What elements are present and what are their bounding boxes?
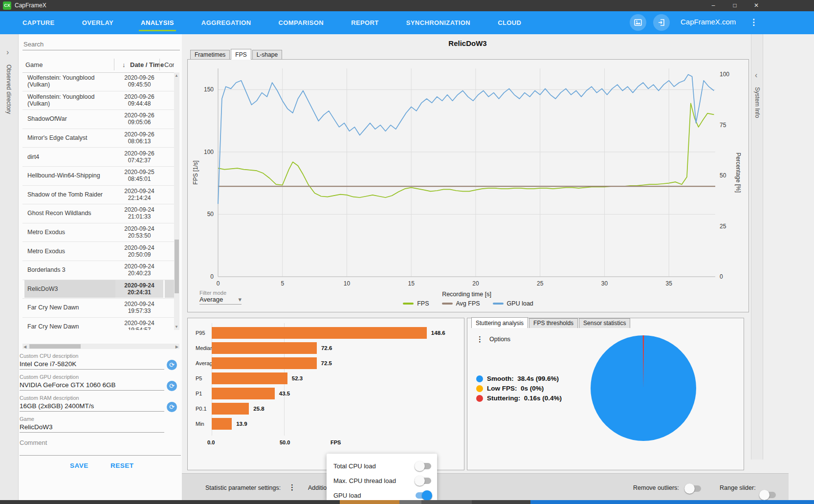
popup-toggle[interactable] (416, 492, 431, 499)
refresh-button[interactable]: ⟳ (167, 360, 177, 370)
table-row[interactable]: Wolfenstein: Youngblood (Vulkan)2020-09-… (22, 72, 174, 91)
table-row[interactable]: Metro Exodus2020-09-2420:50:09 (22, 242, 174, 261)
range-slider-label: Range slider: (720, 484, 756, 491)
field-value[interactable]: RelicDoW3 (20, 423, 162, 432)
horizontal-scrollbar[interactable]: ◀ ▶ (22, 344, 179, 349)
bar-axis-title: FPS (330, 439, 341, 445)
comment-field[interactable]: Comment (20, 439, 181, 456)
popup-row-total-cpu-load: Total CPU load (333, 460, 431, 472)
save-button[interactable]: SAVE (70, 462, 88, 469)
popup-toggle[interactable] (416, 478, 431, 484)
nav-tab-report[interactable]: REPORT (337, 11, 393, 34)
tab-stuttering-analysis[interactable]: Stuttering analysis (471, 317, 528, 328)
vertical-scrollbar[interactable]: ▲ ▼ (174, 72, 179, 330)
svg-text:0: 0 (210, 273, 214, 280)
svg-text:75: 75 (720, 122, 726, 129)
column-header-datetime[interactable]: Date / Time (130, 61, 164, 68)
scroll-up-icon[interactable]: ▲ (175, 73, 178, 78)
reset-button[interactable]: RESET (110, 462, 134, 469)
bar-p5[interactable] (212, 373, 287, 384)
legend-swatch (442, 303, 453, 305)
scroll-left-icon[interactable]: ◀ (23, 345, 26, 349)
stat-settings-kebab-icon[interactable]: ⋮ (288, 483, 296, 492)
bar-value-label: 25.8 (253, 406, 264, 412)
table-row[interactable]: Wolfenstein: Youngblood (Vulkan)2020-09-… (22, 91, 174, 110)
field-value[interactable]: 16GB (2x8GB) 2400MT/s (20, 402, 162, 411)
legend-item-fps[interactable]: FPS (403, 300, 429, 307)
bar-median[interactable] (212, 342, 317, 354)
bar-p95[interactable] (212, 327, 427, 339)
search-input[interactable] (22, 38, 180, 50)
popup-row-label: Max. CPU thread load (333, 477, 396, 484)
refresh-button[interactable]: ⟳ (167, 381, 177, 391)
maximize-button[interactable]: □ (727, 0, 742, 11)
table-row[interactable]: Hellbound-Win64-Shipping2020-09-2508:45:… (22, 167, 174, 186)
nav-tab-comparison[interactable]: COMPARISON (265, 11, 338, 34)
svg-text:15: 15 (408, 280, 415, 287)
table-row[interactable]: dirt42020-09-2607:42:37 (22, 148, 174, 167)
scrollbar-thumb[interactable] (29, 344, 81, 349)
popup-row-label: Total CPU load (333, 462, 376, 470)
column-header-game[interactable]: Game (25, 61, 43, 68)
screenshot-button[interactable] (630, 14, 646, 31)
tab-sensor-statistics[interactable]: Sensor statistics (579, 318, 630, 328)
date-text: 2020-09-26 (124, 74, 154, 81)
nav-menu-kebab-icon[interactable]: ⋮ (749, 17, 758, 27)
nav-tab-capture[interactable]: CAPTURE (9, 11, 68, 34)
refresh-button[interactable]: ⟳ (167, 402, 177, 412)
cell-datetime: 2020-09-2607:42:37 (115, 148, 163, 166)
cell-comment (165, 318, 174, 330)
bar-value-label: 72.6 (321, 345, 332, 351)
bar-p01[interactable] (212, 403, 249, 415)
field-label: Custom RAM description (20, 395, 182, 401)
scroll-right-icon[interactable]: ▶ (176, 345, 178, 349)
comment-value[interactable] (20, 446, 162, 455)
bar-average[interactable] (212, 357, 317, 369)
tab-frametimes[interactable]: Frametimes (190, 50, 230, 60)
nav-tab-cloud[interactable]: CLOUD (484, 11, 535, 34)
table-row[interactable]: Shadow of the Tomb Raider2020-09-2422:14… (22, 186, 174, 205)
close-button[interactable]: ✕ (749, 0, 764, 11)
popup-toggle[interactable] (416, 463, 431, 469)
legend-item-gpu-load[interactable]: GPU load (493, 300, 533, 307)
nav-tab-synchronization[interactable]: SYNCHRONIZATION (393, 11, 484, 34)
table-row[interactable]: RelicDoW32020-09-2420:24:31 (22, 280, 174, 299)
nav-tab-aggregation[interactable]: AGGREGATION (188, 11, 265, 34)
chevron-left-icon[interactable]: ‹ (755, 71, 757, 80)
bar-min[interactable] (212, 418, 232, 430)
record-list-panel: Game ↓ Date / Time Comment Wolfenstein: … (19, 34, 182, 504)
bar-p1[interactable] (212, 388, 275, 399)
minimize-button[interactable]: – (706, 0, 721, 11)
sort-descending-icon[interactable]: ↓ (122, 61, 126, 68)
nav-tab-overlay[interactable]: OVERLAY (68, 11, 127, 34)
table-row[interactable]: Mirror's Edge Catalyst2020-09-2608:06:13 (22, 129, 174, 148)
site-link[interactable]: CapFrameX.com (681, 18, 736, 26)
analysis-view: RelicDoW3 FrametimesFPSL-shape 051015202… (182, 34, 814, 504)
table-row[interactable]: Borderlands 32020-09-2420:40:23 (22, 261, 174, 280)
chevron-right-icon[interactable]: › (6, 48, 9, 57)
chart-type-tabs: FrametimesFPSL-shape (190, 50, 283, 60)
time-text: 07:42:37 (128, 157, 151, 164)
table-row[interactable]: Far Cry New Dawn2020-09-2419:57:33 (22, 299, 174, 318)
bar-axis-tick: 50.0 (280, 439, 290, 445)
login-button[interactable] (653, 14, 670, 31)
nav-tab-analysis[interactable]: ANALYSIS (127, 11, 188, 34)
table-row[interactable]: Metro Exodus2020-09-2420:53:50 (22, 223, 174, 242)
table-row[interactable]: Ghost Recon Wildlands2020-09-2421:01:33 (22, 204, 174, 223)
field-value[interactable]: NVIDIA GeForce GTX 1060 6GB (20, 381, 162, 390)
table-row[interactable]: ShadowOfWar2020-09-2609:05:06 (22, 110, 174, 129)
cell-game: ShadowOfWar (24, 110, 116, 128)
table-row[interactable]: Far Cry New Dawn2020-09-2419:54:57 (22, 318, 174, 330)
field-value[interactable]: Intel Core i7-5820K (20, 360, 162, 369)
tab-fps-thresholds[interactable]: FPS thresholds (529, 318, 578, 328)
legend-item-avg-fps[interactable]: Avg FPS (442, 300, 480, 307)
tab-fps[interactable]: FPS (231, 49, 251, 60)
scrollbar-thumb[interactable] (175, 240, 179, 293)
remove-outliers-toggle[interactable] (685, 485, 701, 492)
range-slider-toggle[interactable] (760, 492, 776, 498)
scroll-down-icon[interactable]: ▼ (175, 325, 178, 329)
tab-l-shape[interactable]: L-shape (252, 50, 282, 60)
column-header-comment[interactable]: Comment (164, 61, 174, 68)
date-text: 2020-09-24 (124, 225, 154, 232)
options-button[interactable]: ⋮ Options (476, 335, 510, 344)
